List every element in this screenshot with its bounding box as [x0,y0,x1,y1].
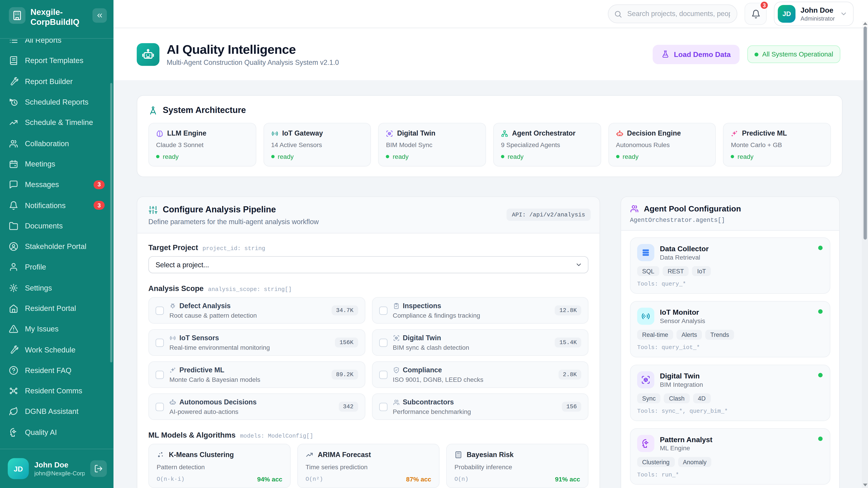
system-status-badge: All Systems Operational [747,45,840,63]
page-scrollbar[interactable] [862,21,868,488]
sidebar-item-label: Documents [25,222,105,230]
agent-tag: Clustering [637,457,675,467]
component-status: ready [501,153,593,160]
clipboard-icon [393,303,399,309]
scope-option[interactable]: Digital Twin BIM sync & clash detection … [372,329,588,356]
building-icon [9,7,25,24]
agent-status-dot [818,309,823,314]
scope-count-badge: 156K [335,337,358,348]
clock-send-icon [9,97,18,107]
sidebar-item[interactable]: Messages 3 [0,174,114,195]
model-desc: Time series prediction [306,464,431,470]
sidebar-item[interactable]: Documents [0,216,114,236]
model-card[interactable]: Bayesian Risk Probability inference O(n)… [446,444,588,488]
head-gear-icon [9,428,18,437]
sparkles-icon [169,367,176,373]
user-menu[interactable]: JD John Doe Administrator [774,2,854,26]
model-accuracy: 94% acc [257,476,282,482]
user-email: john@Nexgile-CorpBuil... [34,470,85,477]
sidebar-item[interactable]: Meetings [0,154,114,174]
sidebar-item-label: Stakeholder Portal [25,242,105,251]
sidebar-item[interactable]: Quality AI [0,422,114,443]
scope-checkbox[interactable] [156,402,164,411]
sidebar-item[interactable]: Stakeholder Portal [0,236,114,257]
sidebar-item[interactable]: Work Schedule [0,339,114,360]
sidebar-item[interactable]: Scheduled Reports [0,92,114,112]
agent-card[interactable]: Digital Twin BIM Integration SyncClash4D… [630,365,831,421]
chevrons-left-icon[interactable] [92,8,107,23]
component-status: ready [156,153,248,160]
search-input[interactable] [608,4,737,23]
agent-name: IoT Monitor [660,308,705,317]
top-header: 3 JD John Doe Administrator [114,0,868,28]
sidebar-item[interactable]: All Reports [0,39,114,51]
sidebar-item[interactable]: My Issues [0,319,114,339]
agent-card[interactable]: IoT Monitor Sensor Analysis Real-timeAle… [630,301,831,357]
configure-pipeline-card: Configure Analysis Pipeline Define param… [137,196,600,488]
agent-tag: Sync [637,393,661,403]
sidebar-item-label: Notifications [25,201,87,209]
tools-icon [9,345,18,355]
load-demo-data-button[interactable]: Load Demo Data [653,44,739,64]
scope-checkbox[interactable] [379,306,387,315]
component-status: ready [731,153,823,160]
scope-checkbox[interactable] [379,370,387,379]
scope-option[interactable]: Subcontractors Performance benchmarking … [372,393,588,420]
agent-card[interactable]: Data Collector Data Retrieval SQLRESTIoT… [630,237,831,294]
project-select[interactable]: Select a project... [148,256,588,273]
sidebar-item[interactable]: Schedule & Timeline [0,112,114,133]
sidebar-item[interactable]: Settings [0,278,114,298]
scope-checkbox[interactable] [156,306,164,315]
sidebar-item[interactable]: Resident Portal [0,298,114,319]
scope-checkbox[interactable] [379,338,387,347]
sidebar-item[interactable]: DGNB Assistant [0,401,114,422]
scope-count-badge: 15.4K [555,337,581,348]
section-title: System Architecture [163,105,246,115]
model-accuracy: 91% acc [555,476,580,482]
users-icon [630,204,639,213]
sidebar-item[interactable]: Report Builder [0,71,114,92]
sidebar-item-label: Resident FAQ [25,366,105,375]
scrollbar-thumb[interactable] [863,27,867,240]
page-subtitle: Multi-Agent Construction Quality Analysi… [166,59,653,66]
scope-option[interactable]: Predictive ML Monte Carlo & Bayesian mod… [148,361,365,388]
logout-icon[interactable] [90,460,107,477]
scope-option[interactable]: Inspections Compliance & findings tracki… [372,297,588,324]
model-desc: Probability inference [455,464,580,470]
agent-tags: SQLRESTIoT [637,266,823,276]
model-complexity: O(n·k·i) [157,476,184,482]
scope-option[interactable]: Compliance ISO 9001, DGNB, LEED checks 2… [372,361,588,388]
user-name: John Doe [34,461,85,470]
scope-option[interactable]: Autonomous Decisions AI-powered auto-act… [148,393,365,420]
scope-checkbox[interactable] [156,370,164,379]
component-name: Digital Twin [397,129,436,137]
model-card[interactable]: ARIMA Forecast Time series prediction O(… [297,444,439,488]
sidebar-item[interactable]: Report Templates [0,51,114,71]
bell-icon [9,201,18,210]
sidebar-item[interactable]: Notifications 3 [0,195,114,216]
scope-checkbox[interactable] [156,338,164,347]
agent-name: Data Collector [660,245,709,254]
scrollbar-up-arrow[interactable] [863,22,867,25]
scope-name: Predictive ML [179,366,224,374]
agent-pool-card: Agent Pool Configuration AgentOrchestrat… [620,196,840,488]
agent-card[interactable]: Pattern Analyst ML Engine ClusteringAnom… [630,428,831,485]
list-icon [9,39,18,45]
notifications-button[interactable]: 3 [745,3,767,25]
model-card[interactable]: K-Means Clustering Pattern detection O(n… [148,444,290,488]
sidebar-item[interactable]: Collaboration [0,133,114,154]
scope-checkbox[interactable] [379,402,387,411]
scope-desc: AI-powered auto-actions [169,408,333,415]
scope-option[interactable]: Defect Analysis Root cause & pattern det… [148,297,365,324]
scatter-icon [157,451,164,459]
sidebar-scrollbar[interactable] [110,83,112,362]
agent-role: BIM Integration [660,381,703,388]
sidebar-item[interactable]: Resident FAQ [0,360,114,381]
sidebar-item[interactable]: Resident Comms [0,381,114,401]
scope-option[interactable]: IoT Sensors Real-time environmental moni… [148,329,365,356]
gear-icon [9,283,18,293]
scrollbar-down-arrow[interactable] [863,484,867,486]
sidebar-item[interactable]: Profile [0,257,114,278]
scan-box-icon [386,130,393,137]
agent-tag: Real-time [637,330,673,340]
